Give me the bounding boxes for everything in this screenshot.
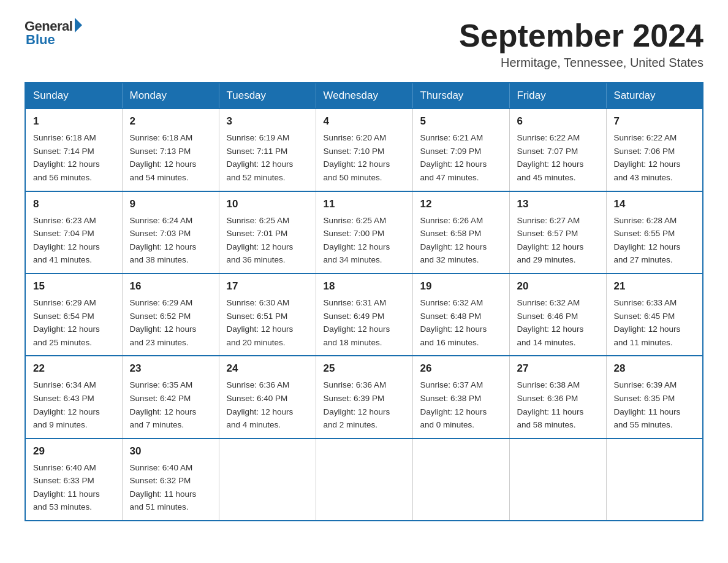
sun-info: Sunrise: 6:21 AMSunset: 7:09 PMDaylight:… [420, 131, 502, 184]
day-number: 23 [130, 362, 211, 375]
sun-info: Sunrise: 6:38 AMSunset: 6:36 PMDaylight:… [517, 378, 599, 431]
calendar-cell: 18Sunrise: 6:31 AMSunset: 6:49 PMDayligh… [316, 274, 412, 356]
sun-info: Sunrise: 6:19 AMSunset: 7:11 PMDaylight:… [227, 131, 308, 184]
day-number: 13 [517, 198, 599, 210]
page-header: General Blue September 2024 Hermitage, T… [25, 18, 703, 70]
day-number: 26 [420, 362, 502, 375]
sun-info: Sunrise: 6:31 AMSunset: 6:49 PMDaylight:… [324, 296, 405, 349]
header-monday: Monday [122, 83, 219, 109]
day-number: 4 [324, 115, 405, 128]
header-row: Sunday Monday Tuesday Wednesday Thursday… [25, 83, 703, 109]
sun-info: Sunrise: 6:32 AMSunset: 6:48 PMDaylight:… [420, 296, 502, 349]
calendar-week-1: 1Sunrise: 6:18 AMSunset: 7:14 PMDaylight… [25, 109, 703, 191]
calendar-cell: 26Sunrise: 6:37 AMSunset: 6:38 PMDayligh… [412, 356, 509, 438]
day-number: 25 [324, 362, 405, 375]
day-number: 15 [33, 280, 115, 293]
day-number: 19 [420, 280, 502, 293]
calendar-cell: 6Sunrise: 6:22 AMSunset: 7:07 PMDaylight… [509, 109, 606, 191]
calendar-week-4: 22Sunrise: 6:34 AMSunset: 6:43 PMDayligh… [25, 356, 703, 438]
location-text: Hermitage, Tennessee, United States [459, 56, 703, 70]
day-number: 28 [614, 362, 696, 375]
day-number: 12 [420, 198, 502, 210]
calendar-cell [412, 439, 509, 521]
calendar-cell: 29Sunrise: 6:40 AMSunset: 6:33 PMDayligh… [25, 439, 122, 521]
day-number: 16 [130, 280, 211, 293]
calendar-cell: 8Sunrise: 6:23 AMSunset: 7:04 PMDaylight… [25, 191, 122, 274]
header-saturday: Saturday [606, 83, 703, 109]
sun-info: Sunrise: 6:40 AMSunset: 6:32 PMDaylight:… [130, 461, 211, 514]
day-number: 2 [130, 115, 211, 128]
day-number: 18 [324, 280, 405, 293]
sun-info: Sunrise: 6:36 AMSunset: 6:39 PMDaylight:… [324, 378, 405, 431]
sun-info: Sunrise: 6:28 AMSunset: 6:55 PMDaylight:… [614, 214, 696, 267]
calendar-cell [316, 439, 412, 521]
sun-info: Sunrise: 6:34 AMSunset: 6:43 PMDaylight:… [33, 378, 115, 431]
day-number: 29 [33, 445, 115, 458]
sun-info: Sunrise: 6:37 AMSunset: 6:38 PMDaylight:… [420, 378, 502, 431]
calendar-cell: 2Sunrise: 6:18 AMSunset: 7:13 PMDaylight… [122, 109, 219, 191]
sun-info: Sunrise: 6:22 AMSunset: 7:07 PMDaylight:… [517, 131, 599, 184]
header-friday: Friday [509, 83, 606, 109]
day-number: 17 [227, 280, 308, 293]
title-section: September 2024 Hermitage, Tennessee, Uni… [459, 18, 703, 70]
calendar-cell: 24Sunrise: 6:36 AMSunset: 6:40 PMDayligh… [219, 356, 316, 438]
day-number: 30 [130, 445, 211, 458]
sun-info: Sunrise: 6:20 AMSunset: 7:10 PMDaylight:… [324, 131, 405, 184]
calendar-header: Sunday Monday Tuesday Wednesday Thursday… [25, 83, 703, 109]
calendar-cell: 15Sunrise: 6:29 AMSunset: 6:54 PMDayligh… [25, 274, 122, 356]
day-number: 24 [227, 362, 308, 375]
day-number: 10 [227, 198, 308, 210]
calendar-cell: 13Sunrise: 6:27 AMSunset: 6:57 PMDayligh… [509, 191, 606, 274]
calendar-cell: 7Sunrise: 6:22 AMSunset: 7:06 PMDaylight… [606, 109, 703, 191]
day-number: 20 [517, 280, 599, 293]
day-number: 1 [33, 115, 115, 128]
day-number: 3 [227, 115, 308, 128]
day-number: 21 [614, 280, 696, 293]
day-number: 27 [517, 362, 599, 375]
calendar-cell: 4Sunrise: 6:20 AMSunset: 7:10 PMDaylight… [316, 109, 412, 191]
calendar-cell: 12Sunrise: 6:26 AMSunset: 6:58 PMDayligh… [412, 191, 509, 274]
calendar-week-3: 15Sunrise: 6:29 AMSunset: 6:54 PMDayligh… [25, 274, 703, 356]
calendar-cell: 17Sunrise: 6:30 AMSunset: 6:51 PMDayligh… [219, 274, 316, 356]
calendar-cell: 23Sunrise: 6:35 AMSunset: 6:42 PMDayligh… [122, 356, 219, 438]
sun-info: Sunrise: 6:18 AMSunset: 7:13 PMDaylight:… [130, 131, 211, 184]
calendar-cell: 3Sunrise: 6:19 AMSunset: 7:11 PMDaylight… [219, 109, 316, 191]
sun-info: Sunrise: 6:29 AMSunset: 6:54 PMDaylight:… [33, 296, 115, 349]
calendar-cell: 9Sunrise: 6:24 AMSunset: 7:03 PMDaylight… [122, 191, 219, 274]
calendar-cell: 22Sunrise: 6:34 AMSunset: 6:43 PMDayligh… [25, 356, 122, 438]
sun-info: Sunrise: 6:18 AMSunset: 7:14 PMDaylight:… [33, 131, 115, 184]
sun-info: Sunrise: 6:39 AMSunset: 6:35 PMDaylight:… [614, 378, 696, 431]
day-number: 11 [324, 198, 405, 210]
calendar-week-2: 8Sunrise: 6:23 AMSunset: 7:04 PMDaylight… [25, 191, 703, 274]
day-number: 22 [33, 362, 115, 375]
calendar-cell [219, 439, 316, 521]
day-number: 5 [420, 115, 502, 128]
calendar-cell: 21Sunrise: 6:33 AMSunset: 6:45 PMDayligh… [606, 274, 703, 356]
calendar-cell: 30Sunrise: 6:40 AMSunset: 6:32 PMDayligh… [122, 439, 219, 521]
sun-info: Sunrise: 6:30 AMSunset: 6:51 PMDaylight:… [227, 296, 308, 349]
sun-info: Sunrise: 6:29 AMSunset: 6:52 PMDaylight:… [130, 296, 211, 349]
calendar-cell: 16Sunrise: 6:29 AMSunset: 6:52 PMDayligh… [122, 274, 219, 356]
header-thursday: Thursday [412, 83, 509, 109]
logo-triangle-icon [75, 18, 82, 33]
logo: General Blue [25, 18, 82, 48]
calendar-cell: 14Sunrise: 6:28 AMSunset: 6:55 PMDayligh… [606, 191, 703, 274]
header-sunday: Sunday [25, 83, 122, 109]
sun-info: Sunrise: 6:25 AMSunset: 7:00 PMDaylight:… [324, 214, 405, 267]
calendar-cell: 28Sunrise: 6:39 AMSunset: 6:35 PMDayligh… [606, 356, 703, 438]
sun-info: Sunrise: 6:22 AMSunset: 7:06 PMDaylight:… [614, 131, 696, 184]
day-number: 9 [130, 198, 211, 210]
day-number: 8 [33, 198, 115, 210]
calendar-week-5: 29Sunrise: 6:40 AMSunset: 6:33 PMDayligh… [25, 439, 703, 521]
sun-info: Sunrise: 6:35 AMSunset: 6:42 PMDaylight:… [130, 378, 211, 431]
calendar-cell: 5Sunrise: 6:21 AMSunset: 7:09 PMDaylight… [412, 109, 509, 191]
calendar-cell: 10Sunrise: 6:25 AMSunset: 7:01 PMDayligh… [219, 191, 316, 274]
day-number: 7 [614, 115, 696, 128]
header-tuesday: Tuesday [219, 83, 316, 109]
day-number: 14 [614, 198, 696, 210]
sun-info: Sunrise: 6:24 AMSunset: 7:03 PMDaylight:… [130, 214, 211, 267]
calendar-cell: 20Sunrise: 6:32 AMSunset: 6:46 PMDayligh… [509, 274, 606, 356]
sun-info: Sunrise: 6:40 AMSunset: 6:33 PMDaylight:… [33, 461, 115, 514]
month-title: September 2024 [459, 18, 703, 53]
calendar-cell: 25Sunrise: 6:36 AMSunset: 6:39 PMDayligh… [316, 356, 412, 438]
